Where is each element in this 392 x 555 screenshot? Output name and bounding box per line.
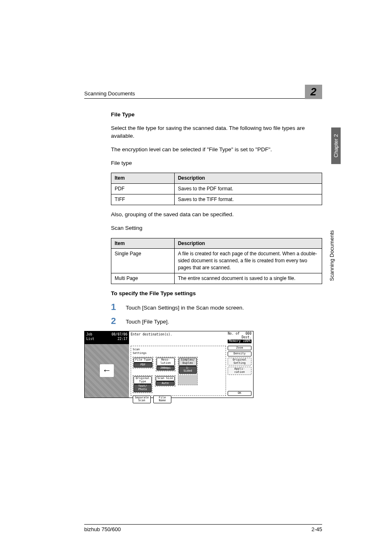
th-item: Item xyxy=(111,173,175,184)
separate-scan-button[interactable]: Separate Scan xyxy=(133,395,151,403)
original-setting-button[interactable]: Original Setting xyxy=(228,358,251,365)
page-header: Scanning Documents 2 xyxy=(84,82,322,99)
table-row: PDF Saves to the PDF format. xyxy=(111,184,322,194)
simplex-duplex-button[interactable]: Simplex/ Duplex 1- Sided xyxy=(178,357,198,375)
table-row: TIFF Saves to the TIFF format. xyxy=(111,194,322,205)
file-type-label: File type xyxy=(111,160,322,167)
step: 1 Touch [Scan Settings] in the Scan mode… xyxy=(111,303,322,312)
preview-panel: ← xyxy=(85,344,129,398)
footer-model: bizhub 750/600 xyxy=(84,526,121,532)
table-row: Multi Page The entire scanned document i… xyxy=(111,273,322,284)
section-title: File Type xyxy=(111,111,322,119)
disabled-slot xyxy=(178,375,198,385)
page-footer: bizhub 750/600 2-45 xyxy=(84,524,322,532)
application-button[interactable]: Appli- cation xyxy=(228,367,251,375)
step-list: 1 Touch [Scan Settings] in the Scan mode… xyxy=(111,303,322,326)
ok-button[interactable]: OK xyxy=(228,391,251,396)
scan-size-button[interactable]: Scan Size Auto xyxy=(155,375,175,386)
paragraph: Also, grouping of the saved data can be … xyxy=(111,211,322,219)
th-desc: Description xyxy=(174,173,322,184)
prompt-text: Enter destination(s). xyxy=(129,331,226,344)
step: 2 Touch [File Type]. xyxy=(111,317,322,326)
scan-settings-label: Scan Settings xyxy=(133,348,224,356)
side-section-title: Scanning Documents xyxy=(329,230,335,281)
scan-setting-table: Item Description Single Page A file is c… xyxy=(111,238,322,284)
paragraph: Select the file type for saving the scan… xyxy=(111,125,322,140)
zoom-button[interactable]: Zoom xyxy=(228,346,251,351)
scan-setting-label: Scan Setting xyxy=(111,224,322,232)
step-text: Touch [File Type]. xyxy=(126,317,169,326)
th-item: Item xyxy=(111,238,175,249)
density-button[interactable]: Density xyxy=(228,352,251,356)
step-number: 1 xyxy=(111,303,126,312)
step-number: 2 xyxy=(111,317,126,326)
chapter-number: 2 xyxy=(305,85,322,99)
arrow-left-icon: ← xyxy=(100,364,114,377)
procedure-heading: To specify the File Type settings xyxy=(111,290,322,298)
lcd-screenshot: Job List 08/07/06 22:17 Enter destinatio… xyxy=(84,331,254,398)
footer-page: 2-45 xyxy=(311,526,322,532)
resolution-button[interactable]: Reso- lution 200dpi xyxy=(156,357,175,371)
file-type-table: Item Description PDF Saves to the PDF fo… xyxy=(111,173,322,205)
content: File Type Select the file type for savin… xyxy=(84,111,322,398)
th-desc: Description xyxy=(174,238,322,249)
paragraph: The encryption level can be selected if … xyxy=(111,146,322,154)
job-list-tab[interactable]: Job List 08/07/06 22:17 xyxy=(85,331,129,344)
running-title: Scanning Documents xyxy=(84,90,135,97)
table-row: Single Page A file is created for each p… xyxy=(111,249,322,273)
status-area: No. of 000 Dest. Memory 100% xyxy=(226,331,253,344)
original-type-button[interactable]: Original Type Text/ Photo xyxy=(133,375,152,393)
file-name-button[interactable]: File Name xyxy=(153,395,171,403)
chapter-tab: Chapter 2 xyxy=(331,127,341,164)
file-type-button[interactable]: File Type PDF xyxy=(133,357,153,368)
step-text: Touch [Scan Settings] in the Scan mode s… xyxy=(126,303,244,312)
